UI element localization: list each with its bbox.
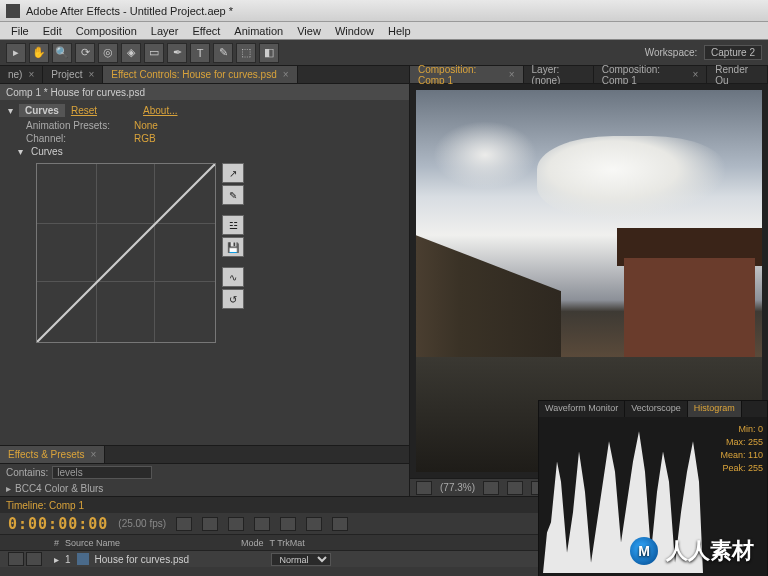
channel-label: Channel: xyxy=(26,133,126,144)
menu-file[interactable]: File xyxy=(4,25,36,37)
contains-input[interactable] xyxy=(52,466,152,479)
contains-label: Contains: xyxy=(6,467,48,478)
curve-save-icon[interactable]: 💾 xyxy=(222,237,244,257)
col-number: # xyxy=(54,538,59,548)
histogram-stats: Min: 0 Max: 255 Mean: 110 Peak: 255 xyxy=(720,423,763,475)
reset-link[interactable]: Reset xyxy=(71,105,97,116)
selection-tool-icon[interactable]: ▸ xyxy=(6,43,26,63)
col-mode: Mode xyxy=(241,538,264,548)
resolution-dropdown[interactable] xyxy=(483,481,499,495)
close-icon[interactable]: × xyxy=(692,69,698,80)
close-icon[interactable]: × xyxy=(509,69,515,80)
zoom-level[interactable]: (77.3%) xyxy=(440,482,475,493)
rect-tool-icon[interactable]: ▭ xyxy=(144,43,164,63)
window-titlebar: Adobe After Effects - Untitled Project.a… xyxy=(0,0,768,22)
curve-reset-icon[interactable]: ↺ xyxy=(222,289,244,309)
blend-mode-dropdown[interactable]: Normal xyxy=(271,553,331,566)
twirl-icon[interactable]: ▾ xyxy=(8,105,13,116)
tab-none[interactable]: ne)× xyxy=(0,66,43,83)
curve-open-icon[interactable]: ☳ xyxy=(222,215,244,235)
curve-bezier-icon[interactable]: ↗ xyxy=(222,163,244,183)
effects-presets-panel: Effects & Presets× Contains: ▸ BCC4 Colo… xyxy=(0,445,409,496)
pan-behind-tool-icon[interactable]: ◈ xyxy=(121,43,141,63)
menu-composition[interactable]: Composition xyxy=(69,25,144,37)
left-panel-tabs: ne)× Project× Effect Controls: House for… xyxy=(0,66,409,84)
tab-histogram[interactable]: Histogram xyxy=(688,401,742,417)
channel-value[interactable]: RGB xyxy=(134,133,156,144)
psd-icon xyxy=(77,553,89,565)
workspace-switcher[interactable]: Workspace: Capture 2 xyxy=(645,47,762,58)
preset-folder-row[interactable]: ▸ BCC4 Color & Blurs xyxy=(0,480,409,496)
chevron-right-icon: ▸ xyxy=(6,483,11,494)
graph-editor-icon[interactable] xyxy=(332,517,348,531)
layer-number: 1 xyxy=(65,554,71,565)
app-icon xyxy=(6,4,20,18)
eraser-tool-icon[interactable]: ◧ xyxy=(259,43,279,63)
layer-name[interactable]: House for curves.psd xyxy=(95,554,265,565)
composition-tabs: Composition: Comp 1× Layer: (none) Compo… xyxy=(410,66,768,84)
brush-tool-icon[interactable]: ✎ xyxy=(213,43,233,63)
eye-icon[interactable] xyxy=(8,552,24,566)
close-icon[interactable]: × xyxy=(283,69,289,80)
tab-waveform[interactable]: Waveform Monitor xyxy=(539,401,625,417)
workspace-value[interactable]: Capture 2 xyxy=(704,45,762,60)
tab-project[interactable]: Project× xyxy=(43,66,103,83)
window-title: Adobe After Effects - Untitled Project.a… xyxy=(26,5,233,17)
current-timecode[interactable]: 0:00:00:00 xyxy=(8,515,108,533)
menu-help[interactable]: Help xyxy=(381,25,418,37)
effect-name-curves[interactable]: Curves xyxy=(19,104,65,117)
hand-tool-icon[interactable]: ✋ xyxy=(29,43,49,63)
menu-bar[interactable]: File Edit Composition Layer Effect Anima… xyxy=(0,22,768,40)
close-icon[interactable]: × xyxy=(88,69,94,80)
fps-label: (25.00 fps) xyxy=(118,518,166,529)
preset-folder-label: BCC4 Color & Blurs xyxy=(15,483,103,494)
close-icon[interactable]: × xyxy=(91,449,97,460)
menu-edit[interactable]: Edit xyxy=(36,25,69,37)
tab-render-queue[interactable]: Render Qu xyxy=(707,66,768,83)
motion-blur-icon[interactable] xyxy=(306,517,322,531)
curve-smooth-icon[interactable]: ∿ xyxy=(222,267,244,287)
animation-presets-value[interactable]: None xyxy=(134,120,158,131)
comp-mini-flow-icon[interactable] xyxy=(202,517,218,531)
curve-pencil-icon[interactable]: ✎ xyxy=(222,185,244,205)
col-trkmat: T TrkMat xyxy=(270,538,305,548)
text-tool-icon[interactable]: T xyxy=(190,43,210,63)
tab-comp1[interactable]: Composition: Comp 1× xyxy=(410,66,524,83)
workspace-label: Workspace: xyxy=(645,47,698,58)
tab-timeline[interactable]: Timeline: Comp 1 xyxy=(6,500,84,511)
main-toolbar: ▸ ✋ 🔍 ⟳ ◎ ◈ ▭ ✒ T ✎ ⬚ ◧ Workspace: Captu… xyxy=(0,40,768,66)
menu-effect[interactable]: Effect xyxy=(185,25,227,37)
twirl-icon[interactable]: ▾ xyxy=(18,146,23,157)
frame-blend-icon[interactable] xyxy=(280,517,296,531)
menu-layer[interactable]: Layer xyxy=(144,25,186,37)
watermark: M 人人素材 xyxy=(630,536,754,566)
tab-effects-presets[interactable]: Effects & Presets× xyxy=(0,446,105,463)
tab-comp1b[interactable]: Composition: Comp 1× xyxy=(594,66,708,83)
close-icon[interactable]: × xyxy=(28,69,34,80)
grid-icon[interactable] xyxy=(416,481,432,495)
menu-view[interactable]: View xyxy=(290,25,328,37)
menu-window[interactable]: Window xyxy=(328,25,381,37)
pen-tool-icon[interactable]: ✒ xyxy=(167,43,187,63)
tab-layer-none[interactable]: Layer: (none) xyxy=(524,66,594,83)
col-source-name: Source Name xyxy=(65,538,235,548)
about-link[interactable]: About... xyxy=(143,105,177,116)
camera-tool-icon[interactable]: ◎ xyxy=(98,43,118,63)
clone-tool-icon[interactable]: ⬚ xyxy=(236,43,256,63)
chevron-right-icon[interactable]: ▸ xyxy=(54,554,59,565)
zoom-tool-icon[interactable]: 🔍 xyxy=(52,43,72,63)
menu-animation[interactable]: Animation xyxy=(227,25,290,37)
draft3d-icon[interactable] xyxy=(228,517,244,531)
watermark-text: 人人素材 xyxy=(666,536,754,566)
watermark-logo-icon: M xyxy=(630,537,658,565)
tab-effect-controls[interactable]: Effect Controls: House for curves.psd× xyxy=(103,66,297,83)
tab-vectorscope[interactable]: Vectorscope xyxy=(625,401,688,417)
curves-graph[interactable] xyxy=(36,163,216,343)
region-icon[interactable] xyxy=(507,481,523,495)
effect-controls-body: ▾ Curves Reset About... Animation Preset… xyxy=(0,100,409,445)
solo-icon[interactable] xyxy=(26,552,42,566)
curves-tool-column: ↗ ✎ ☳ 💾 ∿ ↺ xyxy=(222,163,244,343)
rotate-tool-icon[interactable]: ⟳ xyxy=(75,43,95,63)
shy-icon[interactable] xyxy=(254,517,270,531)
search-icon[interactable] xyxy=(176,517,192,531)
